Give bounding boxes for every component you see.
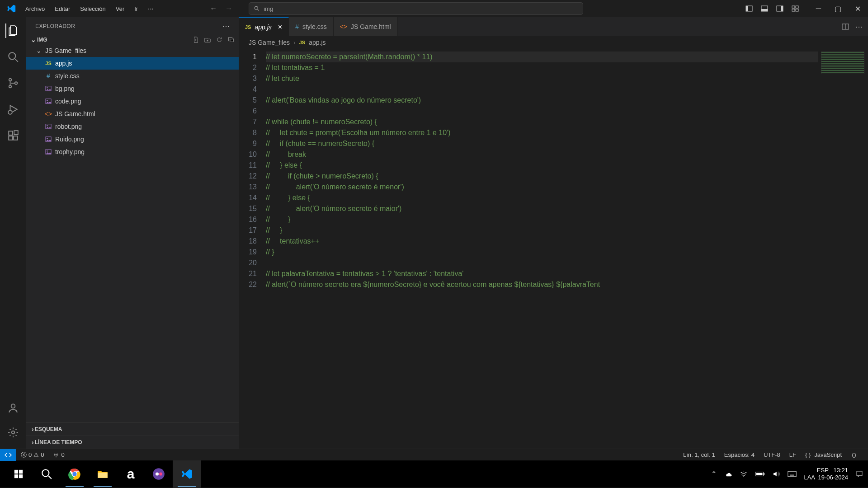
tray-onedrive-icon[interactable] — [724, 470, 732, 478]
tray-keyboard-icon[interactable] — [788, 471, 797, 477]
start-menu-icon[interactable] — [5, 460, 33, 488]
svg-rect-51 — [756, 473, 763, 475]
svg-point-17 — [8, 110, 12, 114]
collapse-all-icon[interactable] — [228, 37, 234, 43]
svg-line-1 — [258, 9, 259, 11]
image-file-icon — [44, 123, 52, 130]
warning-icon: ⚠ — [33, 451, 39, 458]
code-editor[interactable]: // let numeroSecreto = parseInt(Math.ran… — [266, 49, 818, 449]
file-name: code.png — [55, 98, 81, 105]
activity-scm-icon[interactable] — [6, 76, 20, 90]
title-bar: Archivo Editar Selección Ver Ir ⋯ ← → im… — [0, 0, 868, 17]
taskbar-amazon-icon[interactable]: a — [117, 460, 145, 488]
file-row[interactable]: #style.css — [26, 70, 239, 82]
css-file-icon: # — [44, 72, 52, 80]
remote-icon[interactable] — [0, 449, 16, 461]
tab-close-icon[interactable]: × — [278, 23, 282, 31]
folder-subfolder[interactable]: ⌄ JS Game_files — [26, 44, 239, 57]
activity-settings-icon[interactable] — [6, 425, 20, 440]
tray-volume-icon[interactable] — [772, 470, 780, 478]
window-minimize-icon[interactable]: ─ — [816, 5, 821, 13]
outline-panel[interactable]: › ESQUEMA — [26, 422, 239, 436]
status-cursor[interactable]: Lín. 1, col. 1 — [679, 451, 720, 458]
status-eol[interactable]: LF — [785, 451, 801, 458]
folder-root[interactable]: ⌄ IMG — [26, 35, 239, 44]
file-name: Ruido.png — [55, 136, 84, 143]
editor-more-icon[interactable]: ⋯ — [855, 23, 863, 31]
status-problems[interactable]: ⓧ0 ⚠0 — [16, 451, 48, 459]
timeline-panel[interactable]: › LÍNEA DE TIEMPO — [26, 436, 239, 449]
file-row[interactable]: trophy.png — [26, 145, 239, 158]
chevron-right-icon: › — [32, 439, 34, 446]
new-folder-icon[interactable] — [204, 37, 211, 43]
window-close-icon[interactable]: ✕ — [855, 5, 861, 13]
taskbar-chrome-icon[interactable] — [61, 460, 89, 488]
editor-tab[interactable]: <>JS Game.html — [334, 17, 398, 36]
file-name: bg.png — [55, 85, 75, 92]
svg-point-34 — [47, 150, 48, 152]
activity-debug-icon[interactable] — [6, 102, 20, 117]
vscode-logo-icon — [4, 4, 19, 14]
activity-search-icon[interactable] — [6, 50, 20, 64]
minimap[interactable] — [818, 49, 868, 449]
file-row[interactable]: bg.png — [26, 82, 239, 95]
editor-tab[interactable]: JSapp.js× — [239, 17, 289, 36]
html-file-icon: <> — [44, 110, 52, 117]
status-encoding[interactable]: UTF-8 — [759, 451, 785, 458]
file-row[interactable]: code.png — [26, 95, 239, 108]
file-row[interactable]: JSapp.js — [26, 57, 239, 70]
taskbar-search-icon[interactable] — [33, 460, 61, 488]
activity-extensions-icon[interactable] — [6, 128, 20, 143]
svg-point-14 — [9, 79, 11, 81]
file-name: style.css — [55, 72, 80, 80]
activity-account-icon[interactable] — [6, 401, 20, 415]
taskbar-explorer-icon[interactable] — [89, 460, 117, 488]
status-language[interactable]: { }JavaScript — [801, 451, 846, 458]
file-row[interactable]: Ruido.png — [26, 133, 239, 145]
activity-explorer-icon[interactable] — [5, 23, 20, 38]
menu-editar[interactable]: Editar — [51, 4, 74, 14]
customize-layout-icon[interactable] — [792, 5, 799, 12]
file-row[interactable]: <>JS Game.html — [26, 108, 239, 120]
chevron-down-icon: ⌄ — [36, 47, 42, 54]
split-editor-icon[interactable] — [842, 23, 849, 30]
menu-archivo[interactable]: Archivo — [22, 4, 48, 14]
menu-more-icon[interactable]: ⋯ — [144, 4, 157, 14]
editor-tab[interactable]: #style.css — [289, 17, 333, 36]
tray-battery-icon[interactable] — [755, 471, 765, 477]
toggle-panel-bottom-icon[interactable] — [761, 5, 768, 12]
status-indent[interactable]: Espacios: 4 — [720, 451, 759, 458]
html-file-icon: <> — [340, 23, 347, 30]
activity-bar — [0, 17, 26, 449]
css-file-icon: # — [295, 23, 299, 30]
new-file-icon[interactable] — [193, 37, 199, 43]
tray-locale-clock[interactable]: ESP 13:21 LAA 19-06-2024 — [804, 467, 848, 481]
svg-point-48 — [159, 473, 162, 476]
tray-wifi-icon[interactable] — [740, 470, 748, 478]
status-notifications-icon[interactable] — [846, 451, 862, 458]
toggle-panel-right-icon[interactable] — [776, 5, 783, 12]
chevron-down-icon: ⌄ — [31, 36, 36, 43]
menu-seleccion[interactable]: Selección — [76, 4, 109, 14]
explorer-more-icon[interactable]: ⋯ — [222, 22, 230, 31]
svg-rect-11 — [796, 9, 798, 11]
taskbar-app-icon[interactable] — [145, 460, 173, 488]
antenna-icon — [53, 452, 59, 458]
svg-point-26 — [47, 87, 48, 89]
nav-forward-icon[interactable]: → — [225, 5, 232, 13]
window-maximize-icon[interactable]: ▢ — [835, 5, 841, 13]
command-center[interactable]: img — [249, 2, 583, 15]
taskbar-vscode-icon[interactable] — [173, 460, 201, 488]
svg-line-43 — [48, 476, 52, 479]
breadcrumbs[interactable]: JS Game_files › JS app.js — [239, 36, 868, 49]
menu-ver[interactable]: Ver — [112, 4, 128, 14]
menu-ir[interactable]: Ir — [131, 4, 142, 14]
tray-expand-icon[interactable]: ⌃ — [711, 470, 717, 478]
toggle-panel-left-icon[interactable] — [745, 5, 753, 12]
file-row[interactable]: robot.png — [26, 120, 239, 133]
tray-notifications-icon[interactable] — [855, 470, 863, 478]
status-ports[interactable]: 0 — [48, 451, 69, 458]
nav-back-icon[interactable]: ← — [210, 5, 217, 13]
refresh-icon[interactable] — [216, 37, 222, 43]
js-file-icon: JS — [299, 40, 305, 45]
